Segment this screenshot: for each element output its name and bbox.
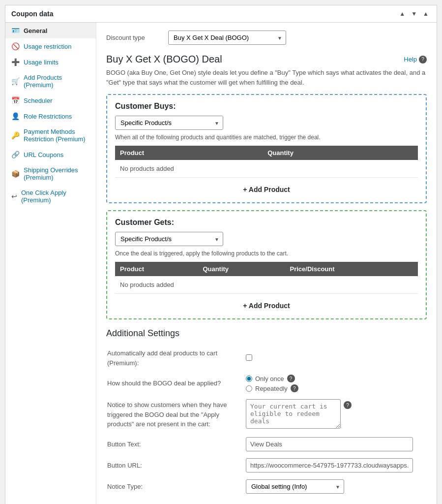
radio-repeatedly-label: Repeatedly (255, 385, 288, 392)
buys-col-quantity: Quantity (263, 146, 418, 160)
notice-textarea[interactable] (246, 399, 341, 429)
sidebar-item-add-products[interactable]: 🛒 Add Products (Premium) (5, 70, 96, 93)
sidebar-item-general-label: General (24, 27, 47, 34)
button-text-row: Button Text: (107, 434, 426, 454)
once-help-icon[interactable]: ? (287, 375, 295, 382)
payment-methods-icon: 🔑 (11, 131, 20, 139)
help-icon[interactable]: ? (419, 56, 427, 63)
sidebar: 🪪 General 🚫 Usage restriction ➕ Usage li… (5, 23, 96, 504)
customer-buys-box: Customer Buys: Specific Product/sSpecifi… (106, 94, 427, 203)
button-url-input[interactable] (246, 458, 413, 472)
customer-gets-title: Customer Gets: (115, 218, 418, 227)
button-url-row: Button URL: (107, 455, 426, 475)
help-link[interactable]: Help ? (404, 56, 427, 63)
sidebar-item-payment-methods-label: Payment Methods Restriction (Premium) (24, 128, 90, 143)
discount-type-label: Discount type (106, 34, 160, 41)
bogo-apply-label: How should the BOGO deal be applied? (107, 379, 221, 387)
gets-col-product: Product (115, 262, 198, 276)
panel-controls: ▲ ▼ ▲ (397, 9, 431, 18)
one-click-apply-icon: ↩ (11, 192, 17, 200)
radio-item-once: Only once ? (246, 375, 426, 382)
additional-settings-title: Additional Settings (106, 328, 427, 339)
section-title-row: Buy X Get X (BOGO) Deal Help ? (106, 54, 427, 65)
sidebar-item-role-restrictions[interactable]: 👤 Role Restrictions (5, 108, 96, 124)
sidebar-item-usage-limits-label: Usage limits (24, 59, 59, 66)
gets-no-products: No products added (115, 276, 418, 294)
shipping-overrides-icon: 📦 (11, 170, 20, 178)
sidebar-item-usage-restriction-label: Usage restriction (24, 43, 72, 50)
sidebar-item-shipping-overrides[interactable]: 📦 Shipping Overrides (Premium) (5, 162, 96, 185)
customer-buys-select[interactable]: Specific Product/sSpecific CategoriesAny… (115, 116, 223, 130)
table-row: No products added (115, 160, 418, 178)
buys-col-product: Product (115, 146, 263, 160)
discount-type-select-wrapper: Buy X Get X Deal (BOGO)Percentage discou… (168, 31, 286, 45)
discount-type-select[interactable]: Buy X Get X Deal (BOGO)Percentage discou… (168, 31, 286, 45)
section-desc: BOGO (aka Buy One, Get One) style deals … (106, 68, 427, 87)
general-icon: 🪪 (11, 27, 20, 34)
sidebar-item-payment-methods[interactable]: 🔑 Payment Methods Restriction (Premium) (5, 124, 96, 147)
usage-restriction-icon: 🚫 (11, 42, 20, 50)
sidebar-item-url-coupons[interactable]: 🔗 URL Coupons (5, 147, 96, 162)
button-text-label: Button Text: (107, 441, 141, 448)
customer-gets-table: Product Quantity Price/Discount No produ… (115, 262, 418, 294)
radio-repeatedly[interactable] (246, 385, 252, 392)
gets-add-product-label: + Add Product (243, 302, 290, 310)
notice-row: Notice to show customers when they have … (107, 396, 426, 433)
radio-once[interactable] (246, 376, 252, 382)
gets-add-product-button[interactable]: + Add Product (115, 300, 418, 312)
collapse-down-icon[interactable]: ▼ (409, 9, 419, 18)
role-restrictions-icon: 👤 (11, 112, 20, 120)
section-title-text: Buy X Get X (BOGO) Deal (106, 54, 222, 65)
auto-add-row: Automatically add deal products to cart … (107, 346, 426, 371)
button-text-input[interactable] (246, 437, 413, 451)
sidebar-item-shipping-overrides-label: Shipping Overrides (Premium) (24, 166, 90, 181)
notice-label: Notice to show customers when they have … (107, 401, 227, 428)
sidebar-item-one-click-apply[interactable]: ↩ One Click Apply (Premium) (5, 185, 96, 208)
auto-add-checkbox[interactable] (246, 354, 252, 361)
customer-gets-select-wrapper: Specific Product/sSpecific CategoriesAny… (115, 232, 223, 246)
add-products-icon: 🛒 (11, 77, 20, 85)
sidebar-item-usage-restriction[interactable]: 🚫 Usage restriction (5, 38, 96, 54)
radio-once-label: Only once (255, 375, 284, 382)
sidebar-item-scheduler[interactable]: 📅 Scheduler (5, 93, 96, 108)
customer-gets-box: Customer Gets: Specific Product/sSpecifi… (106, 210, 427, 319)
table-row: No products added (115, 276, 418, 294)
gets-col-price: Price/Discount (285, 262, 418, 276)
main-content: Discount type Buy X Get X Deal (BOGO)Per… (96, 23, 437, 504)
panel-header: Coupon data ▲ ▼ ▲ (5, 5, 437, 23)
sidebar-item-add-products-label: Add Products (Premium) (24, 74, 90, 89)
notice-type-select[interactable]: Global setting (Info)SuccessErrorNotice (246, 479, 344, 494)
collapse-up-icon[interactable]: ▲ (397, 9, 407, 18)
customer-gets-select[interactable]: Specific Product/sSpecific CategoriesAny… (115, 232, 223, 246)
customer-buys-hint: When all of the following products and q… (115, 134, 418, 141)
usage-limits-icon: ➕ (11, 58, 20, 66)
notice-type-row: Notice Type: Global setting (Info)Succes… (107, 476, 426, 497)
radio-item-repeatedly: Repeatedly ? (246, 384, 426, 392)
button-url-label: Button URL: (107, 462, 142, 469)
notice-type-label: Notice Type: (107, 483, 143, 490)
sidebar-item-usage-limits[interactable]: ➕ Usage limits (5, 54, 96, 70)
bogo-apply-row: How should the BOGO deal be applied? Onl… (107, 372, 426, 395)
sidebar-item-scheduler-label: Scheduler (24, 97, 53, 104)
expand-icon[interactable]: ▲ (421, 9, 431, 18)
gets-col-quantity: Quantity (198, 262, 285, 276)
buys-add-product-label: + Add Product (243, 186, 290, 193)
notice-type-wrapper: Global setting (Info)SuccessErrorNotice (246, 479, 344, 494)
repeatedly-help-icon[interactable]: ? (291, 384, 298, 392)
additional-settings-table: Automatically add deal products to cart … (106, 345, 427, 498)
help-label: Help (404, 56, 417, 63)
scheduler-icon: 📅 (11, 96, 20, 104)
buys-add-product-button[interactable]: + Add Product (115, 184, 418, 195)
sidebar-item-general[interactable]: 🪪 General (5, 23, 96, 38)
sidebar-item-url-coupons-label: URL Coupons (24, 151, 63, 158)
url-coupons-icon: 🔗 (11, 151, 20, 158)
discount-type-row: Discount type Buy X Get X Deal (BOGO)Per… (106, 31, 427, 45)
customer-buys-select-wrapper: Specific Product/sSpecific CategoriesAny… (115, 116, 223, 130)
auto-add-label: Automatically add deal products to cart … (107, 349, 217, 367)
sidebar-item-role-restrictions-label: Role Restrictions (24, 113, 72, 120)
panel-title: Coupon data (11, 10, 54, 18)
customer-gets-hint: Once the deal is triggered, apply the fo… (115, 250, 418, 257)
buys-no-products: No products added (115, 160, 418, 178)
customer-buys-title: Customer Buys: (115, 102, 418, 111)
notice-help-icon[interactable]: ? (344, 401, 352, 409)
